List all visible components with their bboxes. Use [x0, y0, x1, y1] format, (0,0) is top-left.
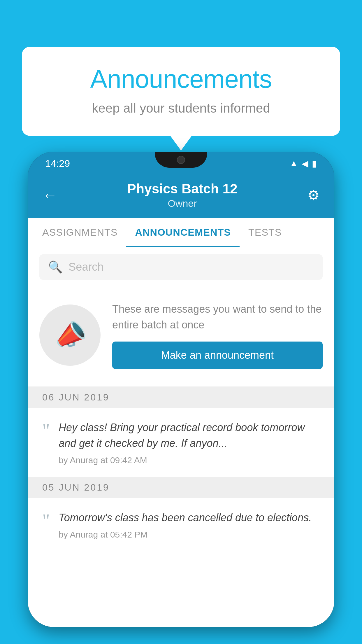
tab-tests[interactable]: TESTS [240, 218, 291, 247]
make-announcement-button[interactable]: Make an announcement [112, 342, 323, 369]
search-bar[interactable]: 🔍 Search [39, 254, 323, 280]
status-icons: ▲ ◀ ▮ [289, 158, 317, 169]
app-header: ← Physics Batch 12 Owner ⚙ [28, 175, 334, 218]
phone-frame: 14:29 ▲ ◀ ▮ ← Physics Batch 12 Owner ⚙ A… [28, 152, 334, 627]
wifi-icon: ▲ [289, 158, 298, 168]
status-bar: 14:29 ▲ ◀ ▮ [28, 152, 334, 175]
phone-wrapper: 14:29 ▲ ◀ ▮ ← Physics Batch 12 Owner ⚙ A… [28, 152, 334, 644]
announcement-text-2: Tomorrow's class has been cancelled due … [59, 510, 320, 526]
announcement-meta-2: by Anurag at 05:42 PM [59, 530, 320, 540]
battery-icon: ▮ [312, 158, 317, 169]
tab-assignments[interactable]: ASSIGNMENTS [34, 218, 126, 247]
announcement-item-1[interactable]: " Hey class! Bring your practical record… [28, 408, 334, 477]
phone-inner: 14:29 ▲ ◀ ▮ ← Physics Batch 12 Owner ⚙ A… [28, 152, 334, 627]
announcement-meta-1: by Anurag at 09:42 AM [59, 455, 320, 465]
announcement-text-1: Hey class! Bring your practical record b… [59, 420, 320, 451]
tab-announcements[interactable]: ANNOUNCEMENTS [126, 218, 239, 247]
promo-description: These are messages you want to send to t… [112, 301, 323, 333]
announcement-content-2: Tomorrow's class has been cancelled due … [59, 510, 320, 540]
bubble-subtitle: keep all your students informed [45, 101, 317, 116]
promo-icon-circle: 📣 [39, 304, 101, 366]
quote-icon-2: " [42, 511, 50, 530]
quote-icon-1: " [42, 421, 50, 440]
tabs-container: ASSIGNMENTS ANNOUNCEMENTS TESTS [28, 218, 334, 247]
speech-bubble-container: Announcements keep all your students inf… [22, 47, 340, 136]
header-center: Physics Batch 12 Owner [127, 181, 237, 209]
header-subtitle: Owner [127, 198, 237, 209]
camera-dot [177, 156, 185, 164]
bubble-title: Announcements [45, 64, 317, 94]
back-button[interactable]: ← [42, 186, 57, 204]
settings-button[interactable]: ⚙ [307, 187, 320, 203]
announcement-promo: 📣 These are messages you want to send to… [28, 287, 334, 387]
status-time: 14:29 [45, 158, 70, 169]
promo-right: These are messages you want to send to t… [112, 301, 323, 369]
speech-bubble: Announcements keep all your students inf… [22, 47, 340, 136]
header-title: Physics Batch 12 [127, 181, 237, 197]
search-icon: 🔍 [48, 260, 63, 274]
phone-content: 🔍 Search 📣 These are messages you want t… [28, 247, 334, 627]
search-container: 🔍 Search [28, 247, 334, 287]
signal-icon: ◀ [302, 158, 308, 169]
date-separator-1: 06 JUN 2019 [28, 387, 334, 408]
search-placeholder: Search [68, 261, 103, 273]
announcement-content-1: Hey class! Bring your practical record b… [59, 420, 320, 465]
notch [155, 152, 207, 168]
announcement-item-2[interactable]: " Tomorrow's class has been cancelled du… [28, 498, 334, 551]
megaphone-icon: 📣 [50, 316, 89, 354]
date-separator-2: 05 JUN 2019 [28, 477, 334, 498]
